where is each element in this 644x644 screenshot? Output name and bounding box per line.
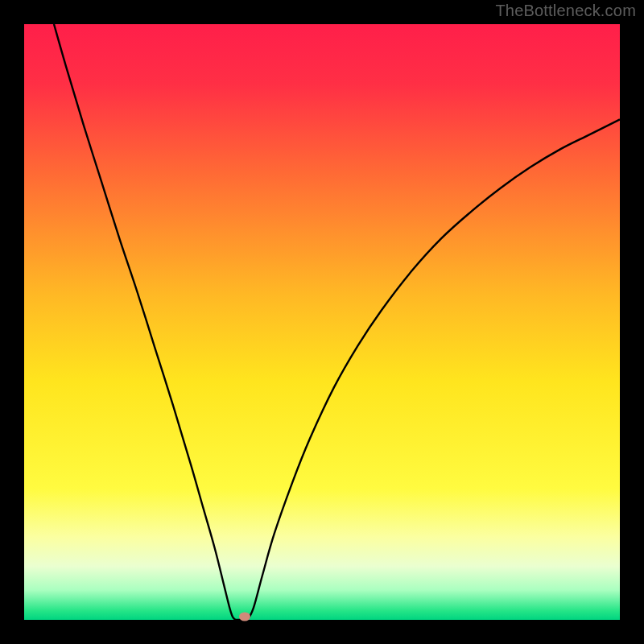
optimum-marker	[239, 613, 250, 621]
plot-area	[24, 24, 620, 620]
chart-svg	[24, 24, 620, 620]
watermark-label: TheBottleneck.com	[495, 2, 636, 20]
chart-frame: TheBottleneck.com	[0, 0, 644, 644]
chart-background	[24, 24, 620, 620]
